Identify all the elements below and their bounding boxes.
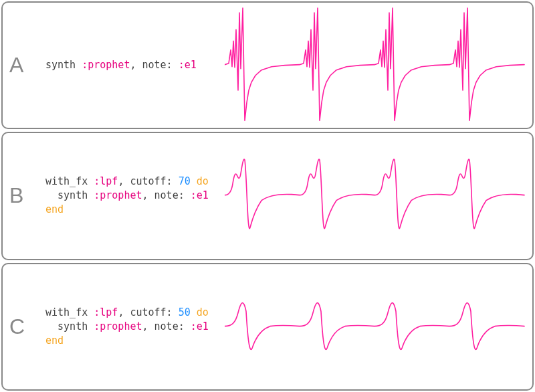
panel-b-code: with_fx :lpf, cutoff: 70 do synth :proph… (45, 175, 209, 217)
panel-a-code: synth :prophet, note: :e1 (45, 58, 197, 72)
panel-a-waveform (225, 3, 532, 128)
waveform-svg (225, 264, 532, 389)
panel-c: C with_fx :lpf, cutoff: 50 do synth :pro… (1, 263, 534, 391)
panel-c-label: C (9, 314, 43, 339)
panel-b-label: B (9, 183, 43, 208)
panel-a: A synth :prophet, note: :e1 (1, 1, 534, 129)
panel-a-label: A (9, 53, 43, 78)
waveform-path (225, 160, 524, 229)
waveform-path (225, 8, 524, 120)
panel-c-code: with_fx :lpf, cutoff: 50 do synth :proph… (45, 306, 209, 348)
waveform-svg (225, 3, 532, 128)
waveform-path (225, 302, 524, 349)
panel-b: B with_fx :lpf, cutoff: 70 do synth :pro… (1, 132, 534, 260)
panel-b-waveform (225, 133, 532, 258)
diagram-container: A synth :prophet, note: :e1 B with_fx :l… (0, 0, 535, 392)
panel-c-waveform (225, 264, 532, 389)
waveform-svg (225, 133, 532, 258)
